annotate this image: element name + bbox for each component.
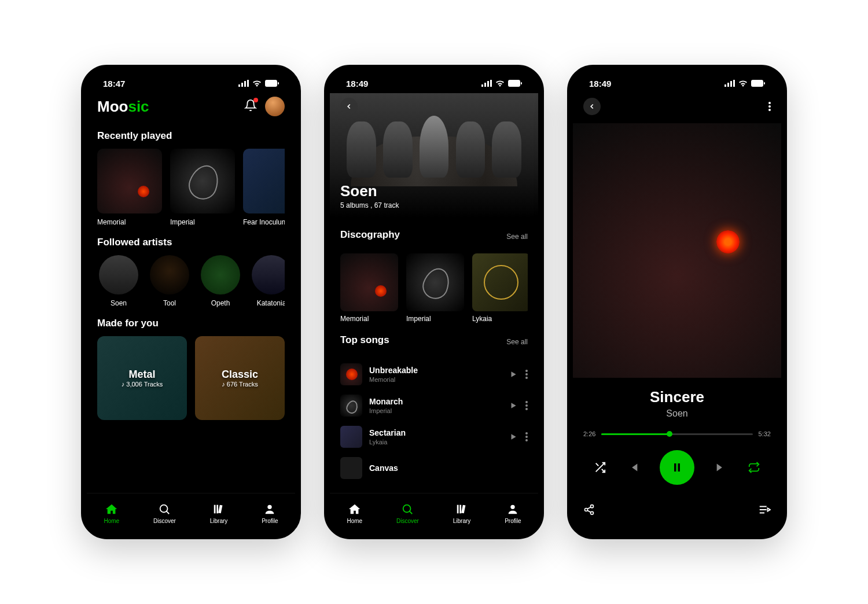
svg-point-37 [768, 109, 771, 111]
playlist-tracks: ♪ 676 Tracks [222, 381, 258, 388]
shuffle-icon[interactable] [594, 461, 606, 474]
track-title: Sincere [583, 388, 771, 406]
artist-card[interactable]: Soen [97, 255, 140, 307]
pause-icon [670, 461, 684, 474]
signal-icon [724, 79, 735, 89]
followed-artists-row: Soen Tool Opeth Katatonia [97, 255, 285, 307]
song-row[interactable]: Monarch Imperial [340, 390, 528, 421]
svg-point-40 [591, 505, 594, 508]
share-icon[interactable] [583, 504, 595, 515]
nav-discover[interactable]: Discover [153, 503, 176, 524]
back-button[interactable] [340, 98, 358, 115]
artist-name: Soen [340, 182, 399, 200]
album-label: Lykaia [472, 315, 528, 323]
song-row[interactable]: Sectarian Lykaia [340, 421, 528, 452]
play-icon[interactable] [509, 402, 517, 410]
chevron-left-icon [345, 102, 353, 111]
playlist-card-classic[interactable]: Classic ♪ 676 Tracks [195, 336, 285, 420]
nav-home[interactable]: Home [347, 503, 362, 524]
artist-label: Katatonia [250, 299, 285, 307]
svg-rect-27 [459, 505, 461, 514]
album-card[interactable]: Imperial [406, 253, 464, 323]
song-title: Unbreakable [369, 366, 502, 375]
song-title: Sectarian [369, 428, 502, 437]
play-icon[interactable] [509, 433, 517, 441]
svg-point-18 [525, 377, 528, 379]
svg-point-42 [591, 511, 594, 514]
song-title: Canvas [369, 463, 528, 473]
svg-point-22 [525, 432, 528, 434]
song-row[interactable]: Unbreakable Memorial [340, 359, 528, 390]
more-icon[interactable] [525, 432, 528, 441]
track-thumb[interactable] [667, 431, 672, 437]
svg-rect-1 [241, 83, 243, 87]
song-cover [340, 363, 362, 385]
album-card[interactable]: Fear Inoculum [243, 149, 285, 226]
svg-rect-32 [733, 80, 735, 87]
progress-bar[interactable]: 2:26 5:32 [583, 430, 771, 437]
status-icons [238, 79, 279, 89]
repeat-icon[interactable] [748, 461, 760, 474]
artist-card[interactable]: Katatonia [250, 255, 285, 307]
album-card[interactable]: Imperial [170, 149, 235, 226]
nav-library[interactable]: Library [210, 503, 228, 524]
artist-hero: Soen 5 albums , 67 track [330, 93, 538, 218]
notch [642, 76, 712, 93]
queue-icon[interactable] [758, 503, 771, 516]
profile-avatar[interactable] [265, 97, 285, 116]
wifi-icon [738, 79, 748, 89]
svg-rect-14 [508, 80, 520, 87]
nav-profile[interactable]: Profile [505, 503, 521, 524]
track-slider[interactable] [601, 433, 752, 435]
pause-button[interactable] [660, 450, 694, 485]
discography-see-all[interactable]: See all [506, 233, 528, 241]
status-time: 18:49 [589, 79, 611, 89]
next-icon[interactable] [715, 461, 727, 474]
svg-point-21 [525, 408, 528, 410]
album-card[interactable]: Lykaia [472, 253, 528, 323]
svg-rect-39 [678, 463, 680, 472]
nav-discover[interactable]: Discover [396, 503, 419, 524]
nav-home[interactable]: Home [104, 503, 119, 524]
artist-label: Tool [148, 299, 191, 307]
nav-library[interactable]: Library [453, 503, 471, 524]
album-cover [97, 149, 162, 213]
home-icon [348, 503, 361, 515]
recently-played-row: Memorial Imperial Fear Inoculum [97, 149, 285, 226]
artist-avatar [201, 255, 240, 294]
album-card[interactable]: Memorial [340, 253, 398, 323]
nav-profile[interactable]: Profile [262, 503, 278, 524]
playlist-card-metal[interactable]: Metal ♪ 3,006 Tracks [97, 336, 187, 420]
album-cover [472, 253, 528, 311]
back-button[interactable] [583, 98, 601, 115]
song-album: Memorial [369, 376, 502, 383]
player-controls [583, 450, 771, 485]
song-cover [340, 457, 362, 479]
discography-title: Discography [340, 229, 400, 241]
artist-avatar [150, 255, 189, 294]
artist-card[interactable]: Opeth [199, 255, 242, 307]
more-icon[interactable] [525, 401, 528, 410]
status-icons [481, 79, 522, 89]
svg-point-35 [768, 102, 771, 104]
svg-point-25 [403, 505, 411, 513]
more-icon[interactable] [525, 370, 528, 379]
song-cover [340, 426, 362, 448]
svg-rect-26 [457, 505, 459, 514]
play-icon[interactable] [509, 370, 517, 378]
album-card[interactable]: Memorial [97, 149, 162, 226]
song-row[interactable]: Canvas [340, 452, 528, 484]
svg-rect-12 [487, 81, 489, 87]
previous-icon[interactable] [627, 461, 639, 474]
album-label: Fear Inoculum [243, 218, 285, 226]
album-label: Memorial [97, 218, 162, 226]
artist-card[interactable]: Tool [148, 255, 191, 307]
bottom-nav: Home Discover Library Profile [330, 493, 538, 533]
top-songs-see-all[interactable]: See all [506, 338, 528, 346]
artist-sub: 5 albums , 67 track [340, 201, 399, 209]
search-icon [401, 503, 414, 515]
more-icon[interactable] [768, 101, 771, 112]
notch [399, 76, 469, 93]
notifications-icon[interactable] [244, 99, 257, 114]
player-screen: 18:49 Sincere Soen 2:26 5:32 [567, 65, 787, 539]
